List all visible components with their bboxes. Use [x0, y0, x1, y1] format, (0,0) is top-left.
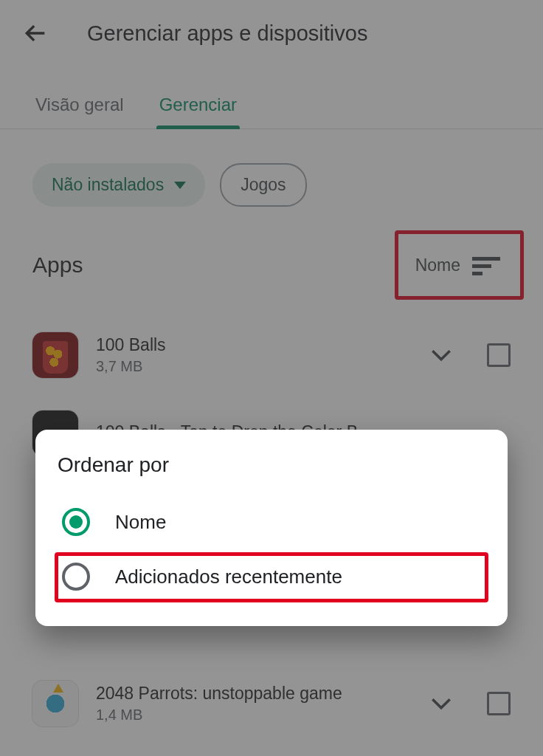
select-checkbox[interactable] [487, 692, 511, 715]
dialog-title: Ordenar por [58, 453, 485, 477]
app-name: 100 Balls [96, 335, 409, 355]
tab-overview[interactable]: Visão geral [32, 86, 127, 128]
filter-not-installed[interactable]: Não instalados [32, 163, 205, 207]
app-icon [32, 681, 78, 726]
back-button[interactable] [21, 18, 52, 49]
list-item[interactable]: 2048 Parrots: unstoppable game 1,4 MB [32, 664, 511, 743]
chevron-down-icon [431, 697, 452, 710]
sort-option-name[interactable]: Nome [58, 495, 485, 549]
radio-checked-icon [62, 508, 90, 536]
chevron-down-icon [431, 348, 452, 362]
sort-dialog: Ordenar por Nome Adicionados recentement… [35, 430, 508, 626]
radio-label: Nome [115, 511, 166, 534]
app-size: 1,4 MB [96, 707, 409, 724]
list-item[interactable]: 100 Balls 3,7 MB [32, 316, 511, 394]
app-size: 3,7 MB [96, 358, 409, 375]
tab-manage[interactable]: Gerenciar [156, 86, 240, 128]
filter-chips: Não instalados Jogos [0, 129, 543, 207]
annotation-highlight [55, 552, 488, 602]
arrow-left-icon [24, 21, 49, 46]
page-title: Gerenciar apps e dispositivos [87, 21, 367, 46]
sort-option-recent[interactable]: Adicionados recentemente [58, 549, 485, 604]
chip-label: Não instalados [52, 175, 164, 195]
expand-button[interactable] [426, 689, 456, 718]
sort-button[interactable]: Nome [402, 244, 511, 286]
annotation-highlight [395, 230, 524, 300]
caret-down-icon [174, 182, 186, 189]
expand-button[interactable] [426, 340, 456, 370]
app-icon [32, 332, 78, 378]
tabs: Visão geral Gerenciar [0, 86, 543, 129]
section-title: Apps [32, 252, 83, 278]
chip-label: Jogos [241, 175, 286, 195]
filter-games[interactable]: Jogos [220, 163, 306, 207]
select-checkbox[interactable] [487, 343, 511, 367]
app-name: 2048 Parrots: unstoppable game [96, 684, 409, 704]
